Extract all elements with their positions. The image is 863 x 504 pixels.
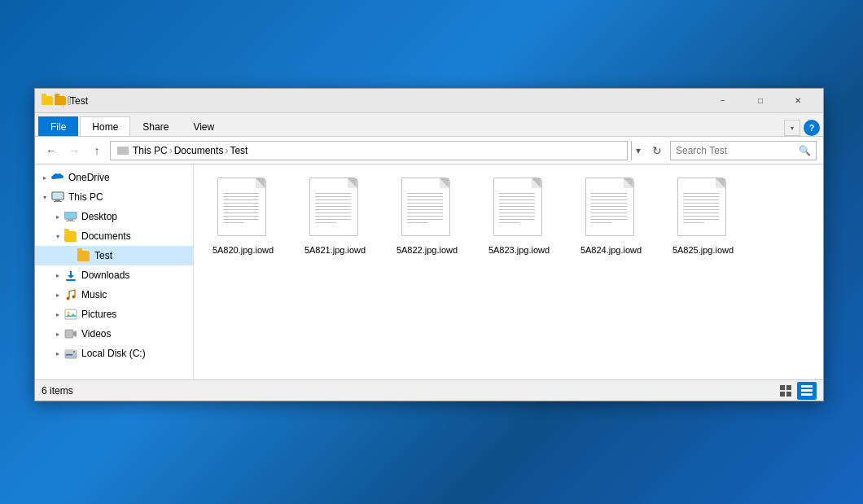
main-area: OneDrive This PC (35, 164, 823, 379)
file-icon (401, 177, 453, 239)
file-icon (217, 177, 269, 239)
help-button[interactable]: ? (804, 120, 820, 136)
address-dropdown-btn[interactable]: ▾ (631, 141, 644, 160)
tab-home[interactable]: Home (80, 116, 130, 136)
svg-rect-6 (66, 221, 75, 221)
sidebar-label-videos: Videos (81, 328, 190, 340)
sidebar-label-music: Music (81, 289, 190, 300)
expand-arrow-documents[interactable] (51, 230, 64, 243)
sidebar-item-pictures[interactable]: Pictures (35, 305, 193, 324)
address-path[interactable]: This PC › Documents › Test (110, 141, 628, 160)
expand-arrow-onedrive[interactable] (38, 171, 51, 184)
file-item[interactable]: 5A823.jpg.iowd (476, 171, 562, 262)
close-button[interactable]: ✕ (779, 89, 817, 113)
detail-view-btn[interactable] (797, 382, 817, 400)
downloads-icon (64, 269, 77, 282)
videos-icon (64, 327, 77, 340)
svg-point-16 (73, 351, 75, 353)
onedrive-icon (51, 171, 64, 184)
maximize-button[interactable]: □ (742, 89, 779, 113)
sidebar-label-documents: Documents (81, 230, 190, 242)
file-item[interactable]: 5A820.jpg.iowd (200, 171, 286, 262)
search-icon: 🔍 (799, 145, 811, 156)
title-bar: Test − □ ✕ (35, 89, 823, 113)
expand-arrow-music[interactable] (51, 288, 64, 301)
svg-rect-3 (54, 201, 62, 202)
svg-point-9 (72, 296, 76, 299)
file-item[interactable]: 5A821.jpg.iowd (292, 171, 378, 262)
tab-share[interactable]: Share (130, 116, 181, 136)
thispc-icon (51, 191, 64, 204)
svg-rect-23 (801, 389, 813, 392)
file-icon (493, 177, 545, 239)
forward-button[interactable]: → (64, 141, 84, 160)
files-grid: 5A820.jpg.iowd5A821.jpg.iowd5A822.jpg.io… (200, 171, 817, 262)
file-name: 5A820.jpg.iowd (212, 244, 274, 256)
minimize-button[interactable]: − (704, 89, 742, 113)
back-button[interactable]: ← (42, 141, 61, 160)
file-item[interactable]: 5A822.jpg.iowd (384, 171, 470, 262)
expand-arrow-test (64, 249, 77, 262)
window-title: Test (67, 95, 704, 107)
sidebar-item-test[interactable]: Test (35, 246, 193, 265)
view-controls (776, 382, 817, 400)
tab-view[interactable]: View (181, 116, 226, 136)
sidebar-label-onedrive: OneDrive (68, 172, 190, 183)
file-name: 5A822.jpg.iowd (396, 244, 458, 256)
sidebar-item-thispc[interactable]: This PC (35, 187, 193, 207)
svg-rect-2 (55, 199, 60, 201)
file-item[interactable]: 5A824.jpg.iowd (568, 171, 654, 262)
search-box: 🔍 (670, 141, 817, 160)
expand-arrow-thispc[interactable] (38, 191, 51, 204)
status-bar: 6 items (35, 379, 823, 401)
pictures-icon (64, 308, 77, 321)
music-icon (64, 288, 77, 301)
expand-arrow-videos[interactable] (51, 327, 64, 340)
test-folder-icon (77, 249, 90, 262)
expand-arrow-downloads[interactable] (51, 269, 64, 282)
tab-file[interactable]: File (38, 116, 78, 136)
file-name: 5A824.jpg.iowd (580, 244, 642, 256)
svg-rect-19 (786, 385, 791, 390)
svg-rect-12 (65, 330, 73, 338)
sidebar-item-localdisk[interactable]: Local Disk (C:) (35, 344, 193, 363)
sidebar-item-desktop[interactable]: Desktop (35, 207, 193, 226)
svg-rect-18 (780, 385, 785, 390)
search-input[interactable] (676, 145, 799, 156)
ribbon-collapse-btn[interactable]: ▾ (784, 120, 800, 136)
grid-view-btn[interactable] (776, 382, 795, 400)
svg-point-8 (67, 297, 70, 300)
expand-arrow-pictures[interactable] (51, 308, 64, 321)
file-name: 5A825.jpg.iowd (672, 244, 734, 256)
file-name: 5A823.jpg.iowd (488, 244, 550, 256)
svg-rect-20 (780, 392, 785, 397)
svg-rect-7 (66, 279, 76, 281)
svg-rect-5 (68, 219, 73, 221)
sidebar-item-documents[interactable]: Documents (35, 226, 193, 246)
svg-rect-1 (52, 193, 64, 199)
svg-rect-21 (786, 392, 791, 397)
svg-rect-24 (801, 393, 813, 396)
sidebar-label-desktop: Desktop (81, 211, 190, 222)
file-area: 5A820.jpg.iowd5A821.jpg.iowd5A822.jpg.io… (194, 164, 823, 379)
window-controls: − □ ✕ (704, 89, 817, 113)
grid-view-icon (780, 385, 791, 397)
up-button[interactable]: ↑ (87, 141, 107, 160)
sidebar-item-downloads[interactable]: Downloads (35, 265, 193, 285)
expand-arrow-localdisk[interactable] (51, 347, 64, 360)
path-segment-documents: Documents (174, 145, 224, 156)
sidebar-item-onedrive[interactable]: OneDrive (35, 168, 193, 187)
sidebar-label-test: Test (94, 250, 190, 261)
sidebar-label-downloads: Downloads (81, 270, 190, 281)
documents-icon (64, 230, 77, 243)
item-count: 6 items (42, 385, 73, 397)
sidebar-item-music[interactable]: Music (35, 285, 193, 305)
svg-rect-17 (66, 354, 72, 356)
file-icon (309, 177, 361, 239)
refresh-button[interactable]: ↻ (647, 141, 667, 160)
file-item[interactable]: 5A825.jpg.iowd (660, 171, 746, 262)
sidebar-item-videos[interactable]: Videos (35, 324, 193, 344)
svg-rect-4 (64, 212, 77, 219)
expand-arrow-desktop[interactable] (51, 210, 64, 223)
sidebar-label-thispc: This PC (68, 191, 190, 203)
